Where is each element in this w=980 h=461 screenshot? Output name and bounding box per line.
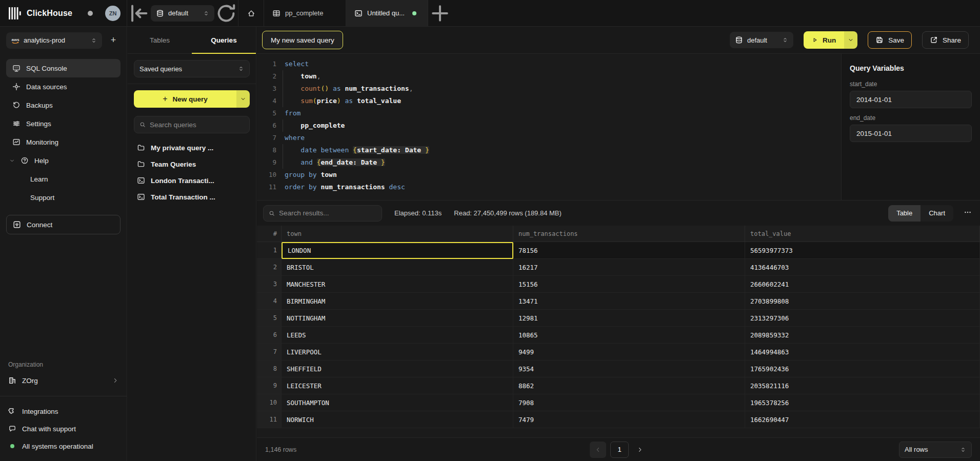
- cell-town[interactable]: LONDON: [282, 242, 513, 259]
- save-button[interactable]: Save: [868, 31, 912, 49]
- tab-queries[interactable]: Queries: [192, 27, 256, 53]
- code-line[interactable]: 9 and {end_date: Date }: [257, 156, 841, 169]
- workspace-selector[interactable]: aws analytics-prod: [6, 32, 102, 49]
- new-query-main[interactable]: + New query: [134, 90, 236, 108]
- cell-total-value[interactable]: 56593977373: [745, 242, 980, 259]
- database-selector[interactable]: default: [151, 5, 214, 22]
- home-tab[interactable]: [238, 0, 264, 26]
- run-button-main[interactable]: Run: [804, 31, 844, 49]
- cell-town[interactable]: NOTTINGHAM: [282, 310, 513, 327]
- sql-editor[interactable]: 1select2 town,3 count() as num_transacti…: [257, 54, 841, 200]
- column-header-num-transactions[interactable]: num_transactions: [513, 226, 745, 242]
- cell-town[interactable]: LEEDS: [282, 327, 513, 344]
- cell-total-value[interactable]: 1464994863: [745, 344, 980, 360]
- saved-query-my-private-query[interactable]: My private query ...: [134, 139, 250, 156]
- column-header-index[interactable]: #: [257, 226, 282, 242]
- cell-num-transactions[interactable]: 78156: [513, 242, 745, 259]
- variable-input-end-date[interactable]: [850, 125, 972, 142]
- code-line[interactable]: 3 count() as num_transactions,: [257, 83, 841, 95]
- tab-untitled-qu[interactable]: Untitled qu...: [346, 0, 428, 26]
- new-tab-button[interactable]: [428, 0, 452, 26]
- sidebar-item-help[interactable]: Help: [6, 151, 121, 170]
- saved-queries-filter[interactable]: Saved queries: [134, 60, 250, 77]
- view-tab-table[interactable]: Table: [888, 205, 921, 222]
- page-number-input[interactable]: 1: [610, 442, 629, 458]
- run-options-dropdown[interactable]: [844, 31, 857, 49]
- search-queries-input[interactable]: [150, 121, 244, 129]
- next-page-button[interactable]: [633, 442, 647, 458]
- cell-total-value[interactable]: 2089859332: [745, 327, 980, 344]
- code-line[interactable]: 6 pp_complete: [257, 119, 841, 132]
- code-line[interactable]: 4 sum(price) as total_value: [257, 95, 841, 107]
- cell-town[interactable]: SHEFFIELD: [282, 360, 513, 377]
- cell-total-value[interactable]: 1662690447: [745, 411, 980, 428]
- cell-total-value[interactable]: 4136446703: [745, 259, 980, 276]
- cell-town[interactable]: SOUTHAMPTON: [282, 394, 513, 411]
- sidebar-item-data-sources[interactable]: Data sources: [6, 77, 121, 96]
- column-header-total-value[interactable]: total_value: [745, 226, 980, 242]
- more-options-button[interactable]: [962, 207, 974, 219]
- cell-num-transactions[interactable]: 9354: [513, 360, 745, 377]
- cell-town[interactable]: LEICESTER: [282, 377, 513, 394]
- sidebar-item-settings[interactable]: Settings: [6, 114, 121, 133]
- cell-num-transactions[interactable]: 13471: [513, 293, 745, 310]
- connect-button[interactable]: Connect: [6, 215, 121, 234]
- cell-num-transactions[interactable]: 16217: [513, 259, 745, 276]
- organization-switcher[interactable]: ZOrg: [0, 371, 127, 390]
- code-line[interactable]: 5from: [257, 107, 841, 119]
- cell-total-value[interactable]: 1965378256: [745, 394, 980, 411]
- cell-town[interactable]: BIRMINGHAM: [282, 293, 513, 310]
- sidebar-item-integrations[interactable]: Integrations: [0, 403, 127, 420]
- new-query-dropdown[interactable]: [236, 90, 250, 108]
- run-button[interactable]: Run: [804, 31, 857, 49]
- cell-town[interactable]: NORWICH: [282, 411, 513, 428]
- code-line[interactable]: 10group by town: [257, 169, 841, 181]
- cell-num-transactions[interactable]: 10865: [513, 327, 745, 344]
- cell-total-value[interactable]: 2035821116: [745, 377, 980, 394]
- collapse-sidebar-button[interactable]: [127, 0, 151, 26]
- page-size-selector[interactable]: All rows: [899, 442, 972, 458]
- tab-pp-complete[interactable]: pp_complete: [264, 0, 346, 26]
- cell-town[interactable]: LIVERPOOL: [282, 344, 513, 360]
- sidebar-item-sql-console[interactable]: SQL Console: [6, 59, 121, 77]
- cell-num-transactions[interactable]: 9499: [513, 344, 745, 360]
- code-line[interactable]: 11order by num_transactions desc: [257, 181, 841, 193]
- search-results-input[interactable]: [279, 209, 376, 217]
- run-database-selector[interactable]: default: [730, 32, 793, 48]
- saved-query-london-transacti[interactable]: London Transacti...: [134, 172, 250, 189]
- sidebar-item-chat-with-support[interactable]: Chat with support: [0, 420, 127, 437]
- share-button[interactable]: Share: [922, 31, 969, 49]
- saved-query-total-transaction[interactable]: Total Transaction ...: [134, 189, 250, 205]
- column-header-town[interactable]: town: [282, 226, 513, 242]
- cell-num-transactions[interactable]: 15156: [513, 276, 745, 293]
- previous-page-button[interactable]: [590, 442, 606, 458]
- sidebar-item-backups[interactable]: Backups: [6, 96, 121, 114]
- variable-input-start-date[interactable]: [850, 91, 972, 108]
- code-line[interactable]: 2 town,: [257, 70, 841, 83]
- cell-num-transactions[interactable]: 8862: [513, 377, 745, 394]
- cell-town[interactable]: MANCHESTER: [282, 276, 513, 293]
- add-service-button[interactable]: +: [107, 34, 119, 47]
- avatar[interactable]: ZN: [105, 6, 121, 21]
- tab-tables[interactable]: Tables: [128, 27, 192, 53]
- sidebar-item-support[interactable]: Support: [6, 188, 121, 207]
- cell-total-value[interactable]: 2660602241: [745, 276, 980, 293]
- view-tab-chart[interactable]: Chart: [921, 205, 953, 222]
- cell-num-transactions[interactable]: 7908: [513, 394, 745, 411]
- cell-total-value[interactable]: 2703899808: [745, 293, 980, 310]
- cell-num-transactions[interactable]: 7479: [513, 411, 745, 428]
- cell-total-value[interactable]: 2313297306: [745, 310, 980, 327]
- sidebar-item-all-systems-operational[interactable]: All systems operational: [0, 437, 127, 455]
- saved-query-tab[interactable]: My new saved query: [262, 31, 343, 49]
- cell-total-value[interactable]: 1765902436: [745, 360, 980, 377]
- refresh-button[interactable]: [214, 0, 238, 26]
- code-line[interactable]: 1select: [257, 58, 841, 70]
- code-line[interactable]: 8 date between {start_date: Date }: [257, 144, 841, 156]
- saved-query-team-queries[interactable]: Team Queries: [134, 156, 250, 172]
- cell-num-transactions[interactable]: 12981: [513, 310, 745, 327]
- new-query-button[interactable]: + New query: [134, 90, 250, 108]
- cell-town[interactable]: BRISTOL: [282, 259, 513, 276]
- code-line[interactable]: 7where: [257, 132, 841, 144]
- sidebar-item-learn[interactable]: Learn: [6, 170, 121, 188]
- sidebar-item-monitoring[interactable]: Monitoring: [6, 133, 121, 151]
